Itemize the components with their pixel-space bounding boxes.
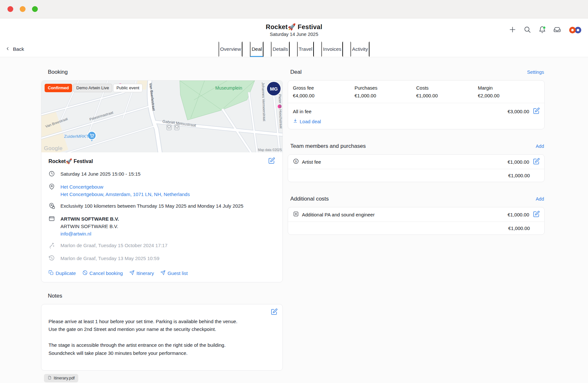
booking-datetime: Saturday 14 June 2025 15:00 - 15:15: [60, 170, 141, 179]
company-row: ARTWIN SOFTWARE B.V. ARTWIN SOFTWARE B.V…: [48, 215, 275, 237]
main-content: Booking: [0, 57, 588, 383]
back-button[interactable]: Back: [5, 46, 24, 52]
window-close-button[interactable]: [7, 6, 13, 12]
guest-list-label: Guest list: [167, 270, 188, 276]
additional-costs-add-link[interactable]: Add: [536, 196, 544, 202]
notes-section-title: Notes: [41, 293, 283, 299]
app-logo[interactable]: [568, 26, 583, 34]
chevron-left-icon: [5, 46, 10, 52]
edit-all-in-fee-button[interactable]: [532, 107, 540, 115]
copy-icon: [48, 270, 54, 276]
booking-column: Booking: [41, 69, 283, 382]
deal-column: Deal Settings Gross fee €4,000.00 Purcha…: [288, 69, 545, 235]
company-email-link[interactable]: info@artwin.nl: [60, 231, 91, 236]
modified-row: Marlon de Graaf, Tuesday 13 May 2025 10:…: [48, 255, 275, 263]
all-in-fee-row: All in fee €3,000.00: [288, 103, 544, 116]
booking-badges: Confirmed Demo Artwin Live Public event: [45, 84, 143, 92]
cancel-booking-label: Cancel booking: [90, 270, 123, 276]
file-icon: [48, 376, 52, 381]
tab-bar: Overview Deal Details Travel Invoices Ac…: [219, 41, 369, 57]
exclusivity-text: Exclusivity 100 kilometers between Thurs…: [60, 202, 243, 211]
history-icon: [48, 255, 55, 263]
additional-cost-row: Additional PA and sound engineer €1,000.…: [288, 207, 544, 222]
all-in-fee-label: All in fee: [293, 109, 312, 114]
summary-purchases: Purchases €1,000.00: [355, 85, 416, 98]
additional-costs-title: Additional costs: [290, 196, 329, 202]
guest-list-button[interactable]: Guest list: [160, 270, 188, 276]
plus-icon: [509, 26, 516, 34]
inbox-button[interactable]: [553, 26, 561, 34]
company-card-icon: [48, 215, 55, 237]
deal-summary: Gross fee €4,000.00 Purchases €1,000.00 …: [288, 81, 544, 103]
load-deal-link[interactable]: Load deal: [293, 118, 321, 124]
edit-artist-fee-button[interactable]: [532, 158, 540, 166]
tab-deal[interactable]: Deal: [250, 41, 263, 57]
tab-invoices[interactable]: Invoices: [321, 41, 343, 57]
edit-icon: [533, 211, 540, 218]
team-card: $ Artist fee €1,000.00 €1,000.00: [288, 154, 545, 182]
deal-section-title: Deal: [290, 69, 302, 75]
edit-booking-button[interactable]: [268, 157, 275, 165]
summary-margin: Margin €2,000.00: [478, 85, 540, 98]
edit-notes-button[interactable]: [270, 308, 278, 316]
venue-map[interactable]: Van Breestraat Palestrinastraat Van Baer…: [41, 81, 283, 152]
window-zoom-button[interactable]: [32, 6, 38, 12]
venue-row: Het Concertgebouw Het Concertgebouw, Ams…: [48, 183, 275, 198]
download-icon: [293, 118, 298, 124]
edit-icon: [533, 158, 540, 166]
notification-dot: [543, 26, 546, 29]
booking-title: Rocket🚀 Festival: [48, 158, 93, 164]
attachment-chip[interactable]: Itinerary.pdf: [44, 374, 78, 382]
map-attribution: Map data ©2025: [258, 148, 282, 152]
booking-card: Van Breestraat Palestrinastraat Van Baer…: [41, 80, 283, 282]
back-label: Back: [13, 46, 24, 52]
additional-costs-section: Additional costs Add Additional PA and s…: [288, 196, 545, 235]
team-total: €1,000.00: [288, 169, 544, 182]
company-name: ARTWIN SOFTWARE B.V.: [60, 216, 119, 222]
header-icon-group: [508, 26, 583, 34]
deal-settings-link[interactable]: Settings: [527, 70, 544, 75]
search-button[interactable]: [523, 26, 531, 34]
created-by-text: Marlon de Graaf, Tuesday 15 October 2024…: [60, 242, 167, 250]
summary-costs: Costs €1,000.00: [416, 85, 478, 98]
tab-travel[interactable]: Travel: [297, 41, 314, 57]
poi-label: ZuiderMRKT: [64, 134, 89, 139]
window-minimize-button[interactable]: [20, 6, 26, 12]
add-button[interactable]: [508, 26, 516, 34]
team-row-value: €1,000.00: [508, 159, 529, 165]
tab-details[interactable]: Details: [271, 41, 289, 57]
team-row-label: Artist fee: [302, 159, 321, 165]
svg-text:$: $: [295, 160, 297, 163]
additional-cost-label: Additional PA and sound engineer: [302, 212, 375, 217]
venue-name-link[interactable]: Het Concertgebouw: [60, 184, 103, 190]
clock-icon: [48, 170, 55, 179]
edit-icon: [271, 308, 278, 316]
team-add-link[interactable]: Add: [536, 144, 544, 149]
venue-address-link[interactable]: Het Concertgebouw, Amsterdam, 1071 LN, N…: [60, 192, 190, 197]
edit-icon: [268, 157, 275, 165]
modified-by-text: Marlon de Graaf, Tuesday 13 May 2025 10:…: [60, 255, 159, 263]
itinerary-button[interactable]: Itinerary: [129, 270, 154, 276]
booking-details: Rocket🚀 Festival Saturday 14 June 2025 1…: [41, 152, 283, 282]
park-label: Museumplein: [215, 85, 242, 91]
cancel-booking-button[interactable]: Cancel booking: [82, 270, 123, 276]
page-title: Rocket🚀 Festival: [266, 23, 322, 31]
attachment-name: Itinerary.pdf: [54, 376, 75, 380]
notifications-button[interactable]: [538, 26, 546, 34]
owner-avatar[interactable]: MG: [267, 82, 281, 95]
app-header: Rocket🚀 Festival Saturday 14 June 2025: [0, 18, 588, 41]
booking-actions: Duplicate Cancel booking Itinerary Guest…: [48, 270, 275, 276]
edit-additional-cost-button[interactable]: [532, 211, 540, 218]
notes-card: Please arrive at least 1 hour before you…: [41, 304, 283, 371]
deal-card: Gross fee €4,000.00 Purchases €1,000.00 …: [288, 80, 545, 129]
duplicate-label: Duplicate: [56, 270, 76, 276]
booking-nav: Back Overview Deal Details Travel Invoic…: [0, 41, 588, 57]
exclusivity-pin-lock-icon: [48, 202, 55, 211]
inbox-icon: [553, 26, 561, 34]
tab-overview[interactable]: Overview: [219, 41, 243, 57]
additional-costs-total: €1,000.00: [288, 222, 544, 235]
duplicate-button[interactable]: Duplicate: [48, 270, 76, 276]
itinerary-label: Itinerary: [136, 270, 154, 276]
tab-activity[interactable]: Activity: [350, 41, 369, 57]
status-badge: Confirmed: [45, 84, 72, 92]
